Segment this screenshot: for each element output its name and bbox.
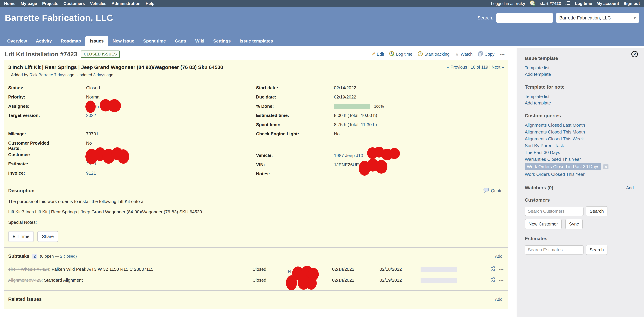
assignee-link[interactable]: h (96, 104, 99, 109)
tab-overview[interactable]: Overview (3, 36, 32, 46)
topbar-sign-out-link[interactable]: Sign out (624, 1, 640, 6)
search-customers-button[interactable]: Search (586, 206, 608, 216)
search-label: Search: (478, 15, 493, 21)
attribute-row-customer: Customer: (8, 151, 256, 160)
tab-activity[interactable]: Activity (32, 36, 56, 46)
custom-query-link[interactable]: Sort By Parent Task (525, 142, 634, 149)
topbar-my-account-link[interactable]: My account (596, 1, 619, 6)
vehicle-link[interactable]: 1987 Jeep J10 - (334, 153, 366, 158)
spent-time-prefix: 8.75 h (Total: (334, 122, 361, 127)
previous-issue-link[interactable]: « Previous (447, 65, 467, 69)
target-version-link[interactable]: 2022 (86, 113, 96, 118)
customer-buttons-row: New Customer Sync (525, 219, 634, 229)
quote-button[interactable]: Quote (484, 188, 504, 194)
issue-add-template-link[interactable]: Add template (525, 71, 634, 77)
add-subtask-link[interactable]: Add (495, 254, 504, 259)
subtask-issue-link[interactable]: Alignment #7425 (8, 278, 42, 283)
assignee-label: Assignee: (8, 103, 86, 112)
tab-issues[interactable]: Issues (86, 36, 108, 46)
updated-ago-link[interactable]: 3 days (93, 72, 106, 77)
topbar-link-administration[interactable]: Administration (112, 1, 140, 6)
attribute-row-estimate: Estimate: 2820 (8, 160, 256, 170)
percent-done-label: % Done: (256, 103, 334, 112)
total-spent-time-link[interactable]: 11.30 h (361, 122, 376, 127)
close-sidebar-icon[interactable]: × (631, 51, 638, 57)
custom-query-link[interactable]: Alignments Closed This Month (525, 129, 634, 135)
custom-query-link-selected[interactable]: Work Orders Closed in Past 30 Days (525, 163, 601, 170)
topbar-link-home[interactable]: Home (4, 1, 16, 6)
tab-new-issue[interactable]: New issue (108, 36, 139, 46)
tab-gantt[interactable]: Gantt (170, 36, 191, 46)
sync-button[interactable]: Sync (565, 219, 583, 229)
custom-query-link[interactable]: The Past 30 Days (525, 149, 634, 156)
subtask-actions: ••• (480, 277, 504, 283)
pagination-separator: | (489, 65, 490, 69)
start-date-label: Start date: (256, 84, 334, 93)
subtask-start-date: 02/14/2022 (332, 267, 380, 272)
subtask-more-button[interactable]: ••• (499, 278, 504, 283)
subtask-title: Alignment #7425: Standard Alignment (8, 278, 252, 283)
tab-roadmap[interactable]: Roadmap (56, 36, 86, 46)
start-tracking-issue-link[interactable]: start #7423 (540, 1, 561, 6)
custom-query-link[interactable]: Alignments Closed This Week (525, 136, 634, 142)
search-input[interactable] (496, 13, 553, 23)
chevron-down-icon: ▾ (634, 15, 636, 21)
tab-issue-templates[interactable]: Issue templates (235, 36, 278, 46)
tab-spent-time[interactable]: Spent time (139, 36, 170, 46)
remove-query-icon[interactable]: × (603, 164, 608, 169)
attribute-row-check-engine-light: Check Engine Light: No (256, 130, 504, 139)
note-template-list-link[interactable]: Template list (525, 93, 634, 100)
topbar-log-time-link[interactable]: Log time (575, 1, 592, 6)
redaction-blob (306, 277, 317, 290)
bill-time-button[interactable]: Bill Time (8, 231, 34, 242)
share-button[interactable]: Share (38, 231, 58, 242)
subtask-issue-link[interactable]: Tire + Wheels #7424 (8, 267, 49, 272)
custom-query-link[interactable]: Warranties Closed This Year (525, 156, 634, 163)
subtask-start-date: 02/14/2022 (332, 278, 380, 283)
subtask-more-button[interactable]: ••• (499, 267, 504, 272)
tab-settings[interactable]: Settings (209, 36, 235, 46)
add-watcher-link[interactable]: Add (626, 185, 634, 190)
issue-template-list-link[interactable]: Template list (525, 64, 634, 71)
copy-button[interactable]: Copy (478, 51, 494, 57)
topbar-link-projects[interactable]: Projects (42, 1, 58, 6)
topbar-link-customers[interactable]: Customers (64, 1, 85, 6)
new-customer-button[interactable]: New Customer (525, 219, 562, 229)
author-link[interactable]: Rick Barrette (30, 72, 53, 77)
custom-query-link[interactable]: Alignments Closed Last Month (525, 122, 634, 128)
custom-query-link[interactable]: Work Orders Closed This Year (525, 171, 634, 178)
subtask-progress-bar (420, 267, 457, 272)
subtask-assignee-link[interactable]: N (288, 269, 291, 275)
project-selector[interactable]: Barrette Fabrication, LLC ▾ (556, 13, 639, 23)
next-issue-link[interactable]: Next » (492, 65, 504, 69)
meta-added-suffix: ago. Updated (68, 72, 92, 77)
topbar-link-my-page[interactable]: My page (21, 1, 37, 6)
added-ago-link[interactable]: 7 days (54, 72, 66, 77)
edit-button[interactable]: ✎Edit (371, 51, 384, 57)
list-icon[interactable] (566, 1, 570, 6)
log-time-button[interactable]: Log time (389, 51, 412, 57)
topbar-link-vehicles[interactable]: Vehicles (90, 1, 106, 6)
attribute-row-invoice: Invoice: 9121 (8, 170, 256, 179)
estimates-heading: Estimates (525, 236, 634, 241)
closed-subtasks-link[interactable]: 2 closed (60, 254, 75, 259)
search-customers-input[interactable] (525, 207, 584, 216)
topbar-link-help[interactable]: Help (146, 1, 154, 6)
app-title: Barrette Fabrication, LLC (5, 13, 113, 23)
search-estimates-input[interactable] (525, 245, 584, 255)
start-tracking-button[interactable]: Start tracking (418, 51, 450, 57)
search-estimates-button[interactable]: Search (586, 245, 608, 255)
watch-button[interactable]: ★Watch (455, 51, 473, 57)
unlink-icon[interactable] (491, 266, 496, 273)
invoice-link[interactable]: 9121 (86, 171, 96, 176)
subtask-description: : Falken Wild Peak A/T3 W 32 1150 R15 C … (49, 267, 154, 272)
note-add-template-link[interactable]: Add template (525, 100, 634, 106)
unlink-icon[interactable] (491, 277, 496, 283)
add-related-issue-link[interactable]: Add (495, 297, 504, 302)
redaction-blob (286, 275, 297, 290)
assignee-value: h (86, 103, 122, 112)
attribute-row-customer-provided-parts: Customer Provided Parts: No (8, 139, 256, 151)
tab-wiki[interactable]: Wiki (191, 36, 209, 46)
check-engine-light-value: No (334, 130, 340, 139)
more-actions-button[interactable]: ••• (500, 52, 505, 57)
